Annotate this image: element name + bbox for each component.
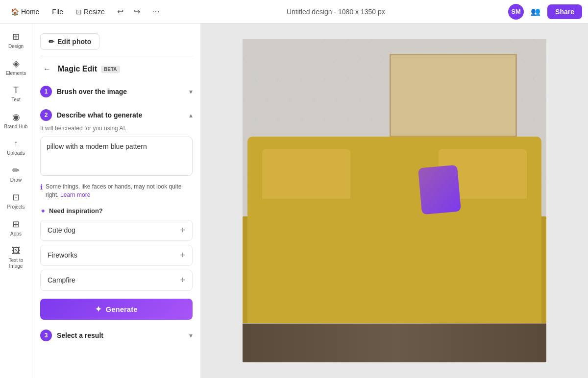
text-icon: T — [13, 85, 19, 95]
suggestion-plus-icon-2: + — [180, 250, 185, 260]
edit-photo-icon: ✏ — [49, 38, 54, 46]
undo-icon: ↩ — [117, 7, 123, 16]
beta-badge: BETA — [101, 66, 120, 73]
step1-header[interactable]: 1 Brush over the image ▾ — [40, 86, 193, 97]
people-icon: 👥 — [531, 7, 540, 16]
suggestion-cute-dog[interactable]: Cute dog + — [40, 220, 193, 241]
step1-header-left: 1 Brush over the image — [40, 86, 127, 97]
step3-section: 3 Select a result ▾ — [40, 330, 193, 345]
back-button[interactable]: ← — [40, 62, 54, 76]
warning-text: Some things, like faces or hands, may no… — [46, 183, 193, 199]
apps-icon: ⊞ — [12, 219, 20, 230]
edit-photo-toolbar: ✏ Edit photo — [40, 29, 193, 56]
undo-redo-group: ↩ ↪ — [113, 4, 145, 20]
step1-number: 1 — [40, 86, 52, 97]
step2-subtitle: It will be created for you using AI. — [40, 125, 193, 132]
redo-button[interactable]: ↪ — [129, 4, 145, 20]
canvas-area — [201, 24, 588, 378]
panel-title: Magic Edit — [58, 65, 97, 73]
purple-pillow — [418, 165, 461, 215]
more-options-button[interactable]: ⋯ — [148, 4, 164, 20]
inspiration-icon: ✦ — [40, 207, 46, 215]
suggestion-campfire[interactable]: Campfire + — [40, 270, 193, 291]
sidebar-item-apps[interactable]: ⊞ Apps — [2, 215, 30, 241]
sofa-body — [247, 199, 541, 323]
magic-panel: ✏ Edit photo ← Magic Edit BETA 1 Brush o… — [32, 24, 201, 378]
inspiration-label: Need inspiration? — [49, 207, 103, 214]
sidebar-item-draw[interactable]: ✏ Draw — [2, 161, 30, 187]
topbar-left: 🏠 Home File ⊡ Resize ↩ ↪ ⋯ — [6, 4, 164, 20]
topbar-center: Untitled design - 1080 x 1350 px — [168, 8, 504, 16]
collaborators-button[interactable]: 👥 — [528, 4, 543, 20]
sidebar-item-text-to-image[interactable]: 🖼 Text to Image — [2, 242, 30, 273]
design-title: Untitled design - 1080 x 1350 px — [287, 8, 385, 16]
home-icon: 🏠 — [11, 8, 19, 16]
suggestion-plus-icon-3: + — [180, 275, 185, 285]
sidebar-item-brand-hub[interactable]: ◉ Brand Hub — [2, 108, 30, 134]
panel-header: ← Magic Edit BETA — [40, 62, 193, 78]
file-button[interactable]: File — [47, 5, 68, 19]
resize-icon: ⊡ — [76, 8, 82, 16]
sidebar-icons: ⊞ Design ◈ Elements T Text ◉ Brand Hub ↑… — [0, 24, 32, 378]
undo-button[interactable]: ↩ — [113, 4, 128, 20]
step3-number: 3 — [40, 330, 52, 341]
edit-photo-button[interactable]: ✏ Edit photo — [40, 33, 99, 50]
projects-icon: ⊡ — [12, 192, 20, 203]
brand-hub-icon: ◉ — [12, 112, 20, 122]
step2-section: 2 Describe what to generate ▴ It will be… — [40, 109, 193, 328]
suggestion-plus-icon: + — [180, 225, 185, 236]
draw-icon: ✏ — [12, 165, 20, 176]
canvas-image[interactable] — [243, 39, 546, 362]
warning-icon: ℹ — [40, 183, 43, 191]
step1-title: Brush over the image — [57, 88, 127, 95]
step3-header[interactable]: 3 Select a result ▾ — [40, 330, 193, 341]
inspiration-header: ✦ Need inspiration? — [40, 207, 193, 215]
step3-chevron: ▾ — [189, 331, 193, 339]
resize-button[interactable]: ⊡ Resize — [71, 5, 110, 19]
topbar: 🏠 Home File ⊡ Resize ↩ ↪ ⋯ Untitled desi… — [0, 0, 588, 24]
step3-title: Select a result — [57, 331, 103, 339]
dots-icon: ⋯ — [152, 7, 160, 16]
step2-number: 2 — [40, 109, 52, 121]
suggestion-fireworks[interactable]: Fireworks + — [40, 245, 193, 266]
back-icon: ← — [43, 65, 51, 73]
main-content: ⊞ Design ◈ Elements T Text ◉ Brand Hub ↑… — [0, 24, 588, 378]
learn-more-link[interactable]: Learn more — [60, 191, 90, 198]
warning-box: ℹ Some things, like faces or hands, may … — [40, 183, 193, 199]
redo-icon: ↪ — [134, 7, 140, 16]
design-icon: ⊞ — [12, 31, 20, 42]
home-button[interactable]: 🏠 Home — [6, 5, 44, 19]
text-to-image-icon: 🖼 — [12, 246, 21, 256]
step2-chevron: ▴ — [189, 111, 193, 119]
sidebar-item-projects[interactable]: ⊡ Projects — [2, 188, 30, 214]
step2-title: Describe what to generate — [57, 111, 142, 119]
sidebar-item-elements[interactable]: ◈ Elements — [2, 54, 30, 80]
sofa — [247, 145, 541, 323]
picture-frame — [390, 54, 517, 137]
sidebar-item-design[interactable]: ⊞ Design — [2, 27, 30, 53]
prompt-textarea[interactable]: pillow with a modern blue pattern — [40, 137, 193, 176]
generate-button[interactable]: ✦ Generate — [40, 299, 193, 320]
elements-icon: ◈ — [13, 58, 20, 69]
step2-header-left: 2 Describe what to generate — [40, 109, 142, 121]
sidebar-item-text[interactable]: T Text — [2, 81, 30, 107]
step1-chevron: ▾ — [189, 88, 193, 95]
sidebar-item-uploads[interactable]: ↑ Uploads — [2, 135, 30, 160]
step2-header[interactable]: 2 Describe what to generate ▴ — [40, 109, 193, 121]
avatar-button[interactable]: SM — [508, 4, 524, 20]
floor — [243, 324, 546, 362]
uploads-icon: ↑ — [14, 139, 18, 149]
step3-header-left: 3 Select a result — [40, 330, 103, 341]
generate-sparkle-icon: ✦ — [95, 305, 101, 314]
sofa-cushion-left — [262, 149, 350, 202]
topbar-right: SM 👥 Share — [508, 4, 582, 20]
share-button[interactable]: Share — [547, 4, 582, 19]
